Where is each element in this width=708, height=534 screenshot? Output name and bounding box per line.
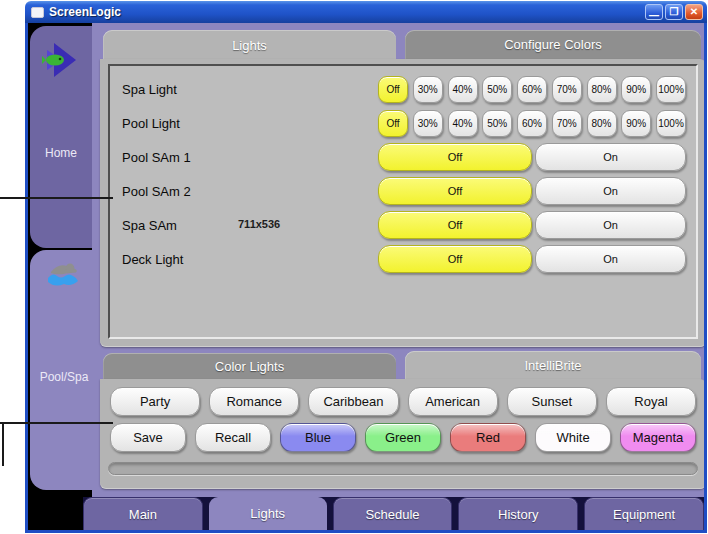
sidebar-item-home[interactable]: Home [30, 26, 92, 248]
light-row-label: Spa Light [122, 82, 378, 97]
color-green-button[interactable]: Green [365, 423, 441, 452]
fixed-color-row: SaveRecallBlueGreenRedWhiteMagenta [110, 423, 696, 452]
pool-sam-1-on-button[interactable]: On [535, 143, 686, 171]
bottom-tab-label: Schedule [365, 507, 419, 522]
pool-light-60-button[interactable]: 60% [517, 110, 547, 137]
spa-light-70-button[interactable]: 70% [552, 76, 582, 103]
pool-light-100-button[interactable]: 100% [656, 110, 686, 137]
color-recall-button[interactable]: Recall [195, 423, 271, 452]
sidebar-item-pool-spa[interactable]: Pool/Spa [30, 250, 98, 490]
app-icon [31, 7, 44, 18]
light-row-pool-sam-2: Pool SAm 2OffOn [122, 174, 686, 208]
intellibrite-panel: PartyRomanceCaribbeanAmericanSunsetRoyal… [100, 379, 706, 489]
color-blue-button[interactable]: Blue [280, 423, 356, 452]
progress-track [108, 462, 698, 475]
scene-caribbean-button[interactable]: Caribbean [308, 387, 398, 416]
bottom-tab-label: Lights [250, 506, 285, 521]
bottom-tab-label: Equipment [613, 507, 675, 522]
minimize-button[interactable]: — [645, 4, 663, 20]
spa-light-50-button[interactable]: 50% [482, 76, 512, 103]
spa-light-100-button[interactable]: 100% [656, 76, 686, 103]
bottom-tab-main[interactable]: Main [83, 497, 203, 530]
color-white-button[interactable]: White [535, 423, 611, 452]
pool-light-30-button[interactable]: 30% [413, 110, 443, 137]
screenlogic-window: ScreenLogic — ❐ ✕ Home [25, 1, 707, 533]
window-title: ScreenLogic [49, 5, 643, 19]
spa-light-90-button[interactable]: 90% [621, 76, 651, 103]
light-show-row: PartyRomanceCaribbeanAmericanSunsetRoyal [110, 387, 696, 416]
callout-line-top [0, 197, 113, 199]
deck-light-off-button[interactable]: Off [378, 245, 532, 273]
deck-light-on-button[interactable]: On [535, 245, 686, 273]
scene-party-button[interactable]: Party [110, 387, 200, 416]
tab-label: Lights [232, 38, 267, 53]
tab-configure-colors[interactable]: Configure Colors [405, 30, 701, 59]
color-red-button[interactable]: Red [450, 423, 526, 452]
scene-american-button[interactable]: American [408, 387, 498, 416]
bottom-tab-lights[interactable]: Lights [209, 497, 327, 530]
tab-lights[interactable]: Lights [103, 30, 396, 61]
callout-line-vertical [2, 422, 4, 466]
light-row-label: Pool SAm 2 [122, 184, 378, 199]
spa-light-off-button[interactable]: Off [378, 76, 408, 103]
light-row-pool-light: Pool LightOff30%40%50%60%70%80%90%100% [122, 106, 686, 140]
scene-sunset-button[interactable]: Sunset [507, 387, 597, 416]
bottom-tab-schedule[interactable]: Schedule [333, 497, 453, 530]
color-save-button[interactable]: Save [110, 423, 186, 452]
bottom-tab-label: Main [129, 507, 157, 522]
spa-light-60-button[interactable]: 60% [517, 76, 547, 103]
light-row-label: Pool SAm 1 [122, 150, 378, 165]
spa-light-40-button[interactable]: 40% [448, 76, 478, 103]
bottom-tab-bar: MainLightsScheduleHistoryEquipment [83, 497, 704, 530]
callout-line-bottom [0, 422, 113, 424]
pool-light-90-button[interactable]: 90% [621, 110, 651, 137]
pool-light-40-button[interactable]: 40% [448, 110, 478, 137]
window-body: Home Pool/Spa Lights Configure Colors [25, 23, 707, 533]
light-row-label: Deck Light [122, 252, 378, 267]
color-magenta-button[interactable]: Magenta [620, 423, 696, 452]
pool-light-80-button[interactable]: 80% [587, 110, 617, 137]
pool-light-50-button[interactable]: 50% [482, 110, 512, 137]
pool-sam-2-off-button[interactable]: Off [378, 177, 532, 205]
swimmer-icon [46, 260, 82, 288]
light-row-spa-sam: Spa SAmOffOn [122, 208, 686, 242]
tab-label: IntelliBrite [524, 358, 581, 373]
light-row-controls: Off30%40%50%60%70%80%90%100% [378, 110, 686, 137]
light-row-spa-light: Spa LightOff30%40%50%60%70%80%90%100% [122, 72, 686, 106]
maximize-button[interactable]: ❐ [665, 4, 683, 20]
lights-panel: 711x536 Spa LightOff30%40%50%60%70%80%90… [100, 59, 706, 347]
spa-light-80-button[interactable]: 80% [587, 76, 617, 103]
light-row-controls: OffOn [378, 211, 686, 239]
bottom-tab-equipment[interactable]: Equipment [584, 497, 704, 530]
pool-sam-1-off-button[interactable]: Off [378, 143, 532, 171]
spa-sam-off-button[interactable]: Off [378, 211, 532, 239]
bottom-tab-history[interactable]: History [458, 497, 578, 530]
scene-royal-button[interactable]: Royal [606, 387, 696, 416]
screenlogic-logo-icon [42, 40, 80, 80]
title-bar[interactable]: ScreenLogic — ❐ ✕ [25, 1, 707, 23]
pool-light-70-button[interactable]: 70% [552, 110, 582, 137]
light-row-controls: OffOn [378, 143, 686, 171]
scene-romance-button[interactable]: Romance [209, 387, 299, 416]
bottom-tab-label: History [498, 507, 538, 522]
light-row-pool-sam-1: Pool SAm 1OffOn [122, 140, 686, 174]
tab-color-lights[interactable]: Color Lights [103, 353, 396, 380]
sidebar-item-label: Home [30, 146, 92, 160]
pool-light-off-button[interactable]: Off [378, 110, 408, 137]
spa-sam-on-button[interactable]: On [535, 211, 686, 239]
lights-list: 711x536 Spa LightOff30%40%50%60%70%80%90… [108, 64, 698, 339]
light-row-deck-light: Deck LightOffOn [122, 242, 686, 276]
tab-label: Color Lights [215, 359, 284, 374]
sidebar-item-label: Pool/Spa [30, 370, 98, 384]
light-row-controls: OffOn [378, 245, 686, 273]
screenshot-stage: ScreenLogic — ❐ ✕ Home [0, 0, 708, 534]
close-button[interactable]: ✕ [685, 4, 703, 20]
light-row-controls: Off30%40%50%60%70%80%90%100% [378, 76, 686, 103]
spa-light-30-button[interactable]: 30% [413, 76, 443, 103]
light-row-controls: OffOn [378, 177, 686, 205]
tab-label: Configure Colors [504, 37, 602, 52]
resize-size-overlay: 711x536 [238, 218, 280, 230]
tab-intellibrite[interactable]: IntelliBrite [405, 351, 701, 380]
light-row-label: Pool Light [122, 116, 378, 131]
pool-sam-2-on-button[interactable]: On [535, 177, 686, 205]
